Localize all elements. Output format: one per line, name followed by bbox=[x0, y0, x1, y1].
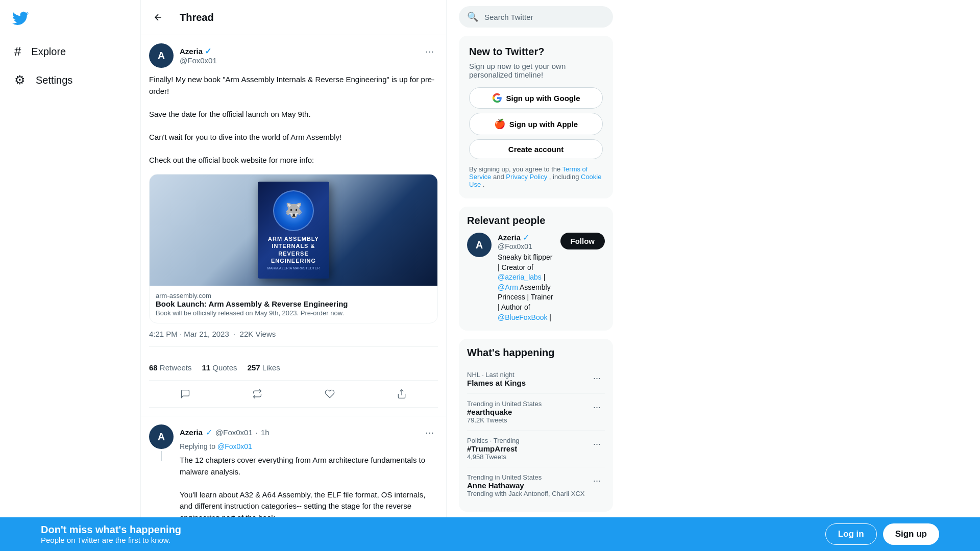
bottom-bar-text: Don't miss what's happening People on Tw… bbox=[41, 524, 181, 544]
link-card[interactable]: arm-assembly.com Book Launch: Arm Assemb… bbox=[150, 286, 437, 323]
reply-top: A Azeria ✓ @Fox0x01 · 1h ··· bbox=[149, 424, 438, 523]
reply-left: A bbox=[149, 424, 174, 461]
quotes-stat[interactable]: 11 Quotes bbox=[202, 363, 237, 372]
bottom-sub-text: People on Twitter are the first to know. bbox=[41, 536, 181, 544]
reply-author-info: Azeria ✓ @Fox0x01 · 1h bbox=[180, 428, 270, 437]
trend-name-earthquake: #earthquake bbox=[467, 408, 542, 416]
trend-category-nhl: NHL · Last night bbox=[467, 371, 526, 379]
quotes-label: Quotes bbox=[212, 363, 237, 372]
privacy-link[interactable]: Privacy Policy bbox=[506, 173, 547, 181]
azeria-labs-link[interactable]: @azeria_labs bbox=[498, 273, 542, 281]
reply-to-handle[interactable]: @Fox0x01 bbox=[217, 442, 252, 450]
thread-header: Thread bbox=[141, 0, 446, 35]
more-button[interactable]: ··· bbox=[421, 43, 438, 59]
ntt-subtitle: Sign up now to get your own personalized… bbox=[469, 62, 603, 79]
person-verified-badge: ✓ bbox=[523, 233, 529, 242]
reply-to: Replying to @Fox0x01 bbox=[180, 442, 438, 450]
reply-button[interactable] bbox=[174, 385, 197, 403]
person-bio: Sneaky bit flipper | Creator of @azeria_… bbox=[498, 253, 554, 322]
reply-author-name: Azeria bbox=[180, 428, 203, 437]
book-circle: 🐺 bbox=[273, 190, 314, 231]
whats-happening-section: What's happening NHL · Last night Flames… bbox=[459, 339, 613, 512]
search-box[interactable]: 🔍 bbox=[459, 6, 613, 28]
twitter-logo[interactable] bbox=[6, 4, 134, 34]
back-button[interactable] bbox=[149, 8, 167, 27]
avatar: A bbox=[149, 43, 174, 68]
trend-more-anne[interactable]: ··· bbox=[589, 473, 605, 488]
trend-name-trump: #TrumpArrest bbox=[467, 444, 520, 453]
bottom-bar-buttons: Log in Sign up bbox=[825, 523, 939, 545]
apple-icon: 🍎 bbox=[494, 118, 505, 130]
thread-line bbox=[161, 451, 162, 461]
retweets-count: 68 bbox=[149, 363, 158, 372]
sidebar-item-explore[interactable]: # Explore bbox=[6, 38, 134, 65]
trend-item-trump[interactable]: Politics · Trending #TrumpArrest 4,958 T… bbox=[467, 431, 605, 467]
book-circle-icon: 🐺 bbox=[285, 202, 303, 219]
person-row: A Azeria ✓ @Fox0x01 Sneaky bit flipper |… bbox=[467, 233, 605, 322]
bluefoxbook-link[interactable]: @BlueFoxBook bbox=[498, 313, 547, 321]
link-desc: Book will be officially released on May … bbox=[156, 309, 431, 317]
trend-item-earthquake[interactable]: Trending in United States #earthquake 79… bbox=[467, 394, 605, 431]
retweet-button[interactable] bbox=[246, 385, 268, 403]
trend-info-anne: Trending in United States Anne Hathaway … bbox=[467, 473, 585, 497]
signup-apple-button[interactable]: 🍎 Sign up with Apple bbox=[469, 113, 603, 135]
search-input[interactable] bbox=[484, 13, 605, 21]
person-name-row: Azeria ✓ bbox=[498, 233, 554, 242]
likes-label: Likes bbox=[262, 363, 280, 372]
trend-name-nhl: Flames at Kings bbox=[467, 379, 526, 387]
sidebar-item-settings[interactable]: ⚙ Settings bbox=[6, 67, 134, 93]
relevant-people-title: Relevant people bbox=[467, 215, 605, 227]
reply-author-handle: @Fox0x01 bbox=[215, 428, 253, 437]
like-button[interactable] bbox=[318, 385, 341, 403]
login-button[interactable]: Log in bbox=[825, 523, 877, 545]
link-title: Book Launch: Arm Assembly & Reverse Engi… bbox=[156, 299, 431, 308]
trend-count-anne: Trending with Jack Antonoff, Charli XCX bbox=[467, 490, 585, 497]
create-account-button[interactable]: Create account bbox=[469, 139, 603, 159]
signup-button[interactable]: Sign up bbox=[883, 523, 939, 545]
ntt-title: New to Twitter? bbox=[469, 46, 603, 58]
trend-more-trump[interactable]: ··· bbox=[589, 437, 605, 452]
reply-more-button[interactable]: ··· bbox=[421, 424, 438, 440]
tweet-meta: 4:21 PM · Mar 21, 2023 · 22K Views bbox=[149, 330, 438, 347]
bottom-bar: Don't miss what's happening People on Tw… bbox=[0, 517, 980, 551]
sidebar: # Explore ⚙ Settings bbox=[0, 0, 140, 551]
tweet-stats: 68 Retweets 11 Quotes 257 Likes bbox=[149, 355, 438, 381]
trend-count-trump: 4,958 Tweets bbox=[467, 453, 520, 461]
signup-google-button[interactable]: Sign up with Google bbox=[469, 87, 603, 109]
reply-author-row: Azeria ✓ @Fox0x01 · 1h ··· bbox=[180, 424, 438, 440]
person-info: Azeria ✓ @Fox0x01 Sneaky bit flipper | C… bbox=[498, 233, 554, 322]
likes-stat[interactable]: 257 Likes bbox=[248, 363, 280, 372]
trend-more-nhl[interactable]: ··· bbox=[589, 371, 605, 386]
book-visual: 🐺 ARM ASSEMBLYINTERNALS &REVERSE ENGINEE… bbox=[150, 174, 437, 286]
reply-content: Azeria ✓ @Fox0x01 · 1h ··· Replying to @… bbox=[180, 424, 438, 523]
thread-title: Thread bbox=[180, 12, 214, 23]
sidebar-item-settings-label: Settings bbox=[36, 74, 72, 86]
ntt-legal: By signing up, you agree to the Terms of… bbox=[469, 165, 603, 188]
author-name: Azeria ✓ bbox=[180, 46, 217, 56]
share-button[interactable] bbox=[390, 385, 413, 403]
tweet-views: 22K Views bbox=[240, 330, 276, 338]
arm-link[interactable]: @Arm bbox=[498, 283, 518, 291]
person-handle: @Fox0x01 bbox=[498, 242, 554, 251]
new-to-twitter-panel: New to Twitter? Sign up now to get your … bbox=[459, 36, 613, 198]
tweet-image[interactable]: 🐺 ARM ASSEMBLYINTERNALS &REVERSE ENGINEE… bbox=[149, 174, 438, 323]
trend-category-trump: Politics · Trending bbox=[467, 437, 520, 444]
btn-create-label: Create account bbox=[508, 145, 564, 154]
book-title: ARM ASSEMBLYINTERNALS &REVERSE ENGINEERI… bbox=[264, 235, 323, 264]
btn-google-label: Sign up with Google bbox=[506, 94, 580, 103]
retweets-stat[interactable]: 68 Retweets bbox=[149, 363, 191, 372]
book-cover: 🐺 ARM ASSEMBLYINTERNALS &REVERSE ENGINEE… bbox=[258, 182, 329, 279]
trend-more-earthquake[interactable]: ··· bbox=[589, 400, 605, 415]
trend-item-nhl[interactable]: NHL · Last night Flames at Kings ··· bbox=[467, 365, 605, 394]
tweet-text: Finally! My new book "Arm Assembly Inter… bbox=[149, 74, 438, 166]
author-info: Azeria ✓ @Fox0x01 bbox=[180, 46, 217, 65]
sidebar-item-explore-label: Explore bbox=[31, 46, 66, 58]
relevant-people-section: Relevant people A Azeria ✓ @Fox0x01 Snea… bbox=[459, 207, 613, 331]
follow-button[interactable]: Follow bbox=[560, 233, 605, 249]
author-handle: @Fox0x01 bbox=[180, 56, 217, 65]
search-icon: 🔍 bbox=[467, 11, 478, 22]
trend-count-earthquake: 79.2K Tweets bbox=[467, 416, 542, 424]
trend-item-anne[interactable]: Trending in United States Anne Hathaway … bbox=[467, 467, 605, 504]
bottom-main-text: Don't miss what's happening bbox=[41, 524, 181, 536]
likes-count: 257 bbox=[248, 363, 260, 372]
